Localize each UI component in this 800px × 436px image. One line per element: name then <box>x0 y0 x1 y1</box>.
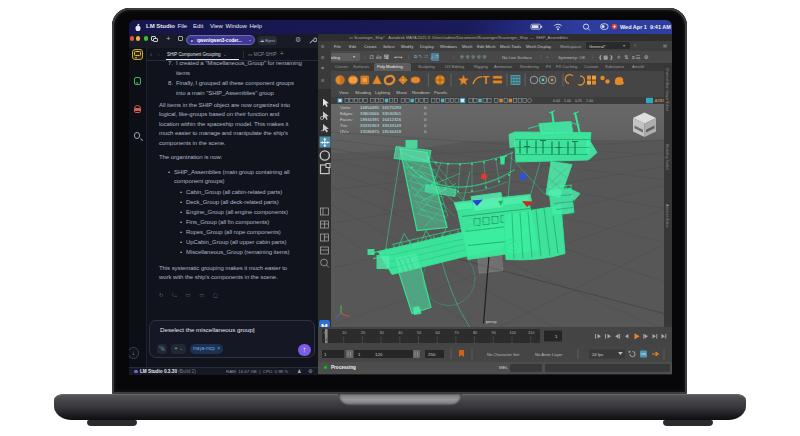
svg-text:100: 100 <box>509 330 516 335</box>
svg-text:Tris:: Tris: <box>340 123 348 128</box>
svg-text:33530901: 33530901 <box>382 111 402 116</box>
svg-text:120: 120 <box>375 352 383 357</box>
svg-text:No Anim Layer: No Anim Layer <box>535 352 563 357</box>
svg-text:80: 80 <box>473 330 478 335</box>
svg-text:24 fps: 24 fps <box>592 352 603 357</box>
svg-text:33803666: 33803666 <box>360 111 380 116</box>
svg-text:ACES: ACES <box>655 98 665 103</box>
svg-text:16412326: 16412326 <box>382 117 402 122</box>
svg-text:No Character Set: No Character Set <box>487 352 520 357</box>
svg-text:1: 1 <box>325 338 327 342</box>
svg-text:Verts:: Verts: <box>340 105 351 110</box>
svg-text:33331863: 33331863 <box>360 123 380 128</box>
svg-text:30: 30 <box>379 330 384 335</box>
svg-text:1.00: 1.00 <box>564 99 571 103</box>
svg-text:Edges:: Edges: <box>340 111 353 116</box>
svg-text:110: 110 <box>528 330 535 335</box>
svg-text:16854495: 16854495 <box>360 105 380 110</box>
svg-text:16575293: 16575293 <box>382 105 402 110</box>
svg-text:70: 70 <box>454 330 459 335</box>
svg-text:60: 60 <box>436 330 441 335</box>
svg-text:33533149: 33533149 <box>382 123 402 128</box>
svg-text:18944391: 18944391 <box>360 117 380 122</box>
svg-text:persp: persp <box>486 318 497 323</box>
svg-text:90: 90 <box>492 330 497 335</box>
svg-text:T: T <box>483 74 490 86</box>
svg-text:20: 20 <box>361 330 366 335</box>
svg-text:0.25: 0.25 <box>575 99 582 103</box>
svg-text:18534418: 18534418 <box>382 129 402 134</box>
svg-text:40: 40 <box>398 330 403 335</box>
svg-text:250: 250 <box>428 352 436 357</box>
svg-text:50: 50 <box>417 330 422 335</box>
svg-text:19186870: 19186870 <box>360 129 380 134</box>
svg-text:1.00: 1.00 <box>586 99 593 103</box>
svg-text:UVs:: UVs: <box>340 129 349 134</box>
svg-text:Faces:: Faces: <box>340 117 353 122</box>
svg-text:0.00: 0.00 <box>553 99 560 103</box>
svg-text:10: 10 <box>342 330 347 335</box>
